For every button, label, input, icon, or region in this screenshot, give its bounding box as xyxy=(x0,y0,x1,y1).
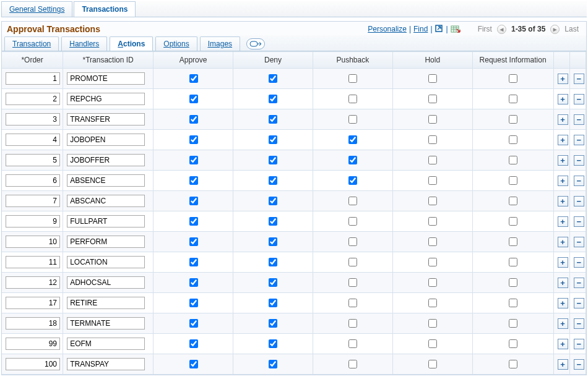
deny-checkbox[interactable] xyxy=(269,278,277,287)
transaction-id-input[interactable] xyxy=(67,358,145,370)
add-row-button[interactable]: + xyxy=(558,298,568,308)
transaction-id-input[interactable] xyxy=(67,93,145,105)
transaction-id-input[interactable] xyxy=(67,134,145,146)
order-input[interactable] xyxy=(6,195,60,207)
add-row-button[interactable]: + xyxy=(558,339,568,349)
deny-checkbox[interactable] xyxy=(269,360,277,368)
delete-row-button[interactable]: − xyxy=(574,176,584,186)
order-input[interactable] xyxy=(6,154,60,166)
approve-checkbox[interactable] xyxy=(189,360,198,368)
pushback-checkbox[interactable] xyxy=(348,360,357,368)
reqinfo-checkbox[interactable] xyxy=(509,299,517,307)
approve-checkbox[interactable] xyxy=(189,74,198,83)
transaction-id-input[interactable] xyxy=(67,297,145,309)
pushback-checkbox[interactable] xyxy=(348,217,357,226)
order-input[interactable] xyxy=(6,134,60,146)
transaction-id-input[interactable] xyxy=(67,276,145,289)
reqinfo-checkbox[interactable] xyxy=(509,156,517,164)
deny-checkbox[interactable] xyxy=(269,319,277,328)
add-row-button[interactable]: + xyxy=(558,94,568,104)
transaction-id-input[interactable] xyxy=(67,338,145,350)
hold-checkbox[interactable] xyxy=(428,197,437,205)
deny-checkbox[interactable] xyxy=(269,95,277,103)
hold-checkbox[interactable] xyxy=(428,339,437,348)
deny-checkbox[interactable] xyxy=(269,237,277,246)
delete-row-button[interactable]: − xyxy=(574,114,584,125)
add-row-button[interactable]: + xyxy=(558,135,568,145)
approve-checkbox[interactable] xyxy=(189,197,198,205)
order-input[interactable] xyxy=(6,297,60,309)
reqinfo-checkbox[interactable] xyxy=(509,360,517,368)
hold-checkbox[interactable] xyxy=(428,319,437,328)
order-input[interactable] xyxy=(6,236,60,248)
order-input[interactable] xyxy=(6,317,60,330)
pushback-checkbox[interactable] xyxy=(348,197,357,205)
pushback-checkbox[interactable] xyxy=(348,319,357,328)
hold-checkbox[interactable] xyxy=(428,176,437,185)
pushback-checkbox[interactable] xyxy=(348,115,357,124)
deny-checkbox[interactable] xyxy=(269,74,277,83)
reqinfo-checkbox[interactable] xyxy=(509,74,517,83)
top-tab-general-settings[interactable]: General Settings xyxy=(1,1,72,17)
reqinfo-checkbox[interactable] xyxy=(509,237,517,246)
add-row-button[interactable]: + xyxy=(558,216,568,227)
delete-row-button[interactable]: − xyxy=(574,237,584,247)
inner-tab-images[interactable]: Images xyxy=(200,36,240,51)
hold-checkbox[interactable] xyxy=(428,95,437,103)
inner-tab-handlers[interactable]: Handlers xyxy=(61,36,107,51)
delete-row-button[interactable]: − xyxy=(574,196,584,206)
inner-tab-actions[interactable]: Actions xyxy=(110,36,153,51)
zoom-icon[interactable] xyxy=(435,25,444,33)
hold-checkbox[interactable] xyxy=(428,278,437,287)
deny-checkbox[interactable] xyxy=(269,135,277,144)
col-header-order[interactable]: *Order xyxy=(2,52,63,69)
col-header-approve[interactable]: Approve xyxy=(153,52,233,69)
order-input[interactable] xyxy=(6,93,60,105)
reqinfo-checkbox[interactable] xyxy=(509,258,517,266)
pushback-checkbox[interactable] xyxy=(348,237,357,246)
delete-row-button[interactable]: − xyxy=(574,318,584,329)
top-tab-transactions[interactable]: Transactions xyxy=(74,1,136,17)
reqinfo-checkbox[interactable] xyxy=(509,319,517,328)
next-page-button[interactable]: ► xyxy=(550,25,560,34)
add-row-button[interactable]: + xyxy=(558,176,568,186)
prev-page-button[interactable]: ◄ xyxy=(497,25,506,34)
delete-row-button[interactable]: − xyxy=(574,74,584,84)
pushback-checkbox[interactable] xyxy=(348,278,357,287)
download-icon[interactable] xyxy=(451,25,460,33)
approve-checkbox[interactable] xyxy=(189,237,198,246)
hold-checkbox[interactable] xyxy=(428,135,437,144)
hold-checkbox[interactable] xyxy=(428,299,437,307)
pushback-checkbox[interactable] xyxy=(348,95,357,103)
reqinfo-checkbox[interactable] xyxy=(509,339,517,348)
reqinfo-checkbox[interactable] xyxy=(509,115,517,124)
pushback-checkbox[interactable] xyxy=(348,74,357,83)
approve-checkbox[interactable] xyxy=(189,176,198,185)
delete-row-button[interactable]: − xyxy=(574,339,584,349)
transaction-id-input[interactable] xyxy=(67,256,145,268)
add-row-button[interactable]: + xyxy=(558,196,568,206)
approve-checkbox[interactable] xyxy=(189,156,198,164)
add-row-button[interactable]: + xyxy=(558,114,568,125)
order-input[interactable] xyxy=(6,338,60,350)
approve-checkbox[interactable] xyxy=(189,299,198,307)
show-all-columns-icon[interactable] xyxy=(246,38,265,49)
order-input[interactable] xyxy=(6,256,60,268)
deny-checkbox[interactable] xyxy=(269,299,277,307)
reqinfo-checkbox[interactable] xyxy=(509,197,517,205)
hold-checkbox[interactable] xyxy=(428,115,437,124)
delete-row-button[interactable]: − xyxy=(574,216,584,227)
order-input[interactable] xyxy=(6,174,60,187)
add-row-button[interactable]: + xyxy=(558,257,568,268)
approve-checkbox[interactable] xyxy=(189,95,198,103)
transaction-id-input[interactable] xyxy=(67,215,145,228)
transaction-id-input[interactable] xyxy=(67,317,145,330)
order-input[interactable] xyxy=(6,113,60,125)
order-input[interactable] xyxy=(6,72,60,85)
deny-checkbox[interactable] xyxy=(269,339,277,348)
transaction-id-input[interactable] xyxy=(67,154,145,166)
delete-row-button[interactable]: − xyxy=(574,359,584,370)
delete-row-button[interactable]: − xyxy=(574,257,584,268)
last-label[interactable]: Last xyxy=(564,25,579,33)
hold-checkbox[interactable] xyxy=(428,237,437,246)
